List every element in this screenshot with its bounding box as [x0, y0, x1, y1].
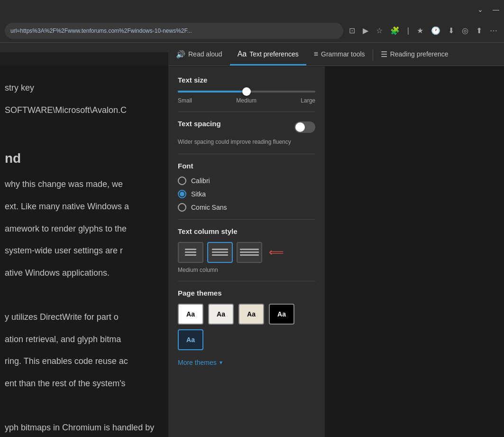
- page-themes-heading: Page themes: [178, 289, 315, 297]
- column-medium-button[interactable]: [207, 242, 233, 263]
- text-size-slider[interactable]: Small Medium Large: [178, 91, 315, 104]
- divider-4: [178, 281, 315, 281]
- text-size-heading: Text size: [178, 76, 315, 84]
- chevron-down-icon: ▾: [220, 359, 222, 366]
- content-line: amework to render glyphs to the: [5, 222, 166, 236]
- font-radio-group: Calibri Sitka Comic Sans: [178, 177, 315, 212]
- reader-toolbar: 🔊 Read aloud Aa Text preferences ≡ Gramm…: [168, 44, 504, 66]
- font-option-calibri[interactable]: Calibri: [178, 177, 315, 185]
- col-line: [212, 251, 228, 253]
- themes-row: Aa Aa Aa Aa Aa: [178, 304, 315, 350]
- content-heading: nd: [5, 147, 166, 170]
- history-icon[interactable]: 🕐: [429, 24, 442, 37]
- content-line: [5, 398, 166, 413]
- arrow-left-icon: ⟸: [269, 246, 284, 259]
- font-option-sitka[interactable]: Sitka: [178, 190, 315, 198]
- content-line: ation retrieval, and glyph bitma: [5, 332, 166, 347]
- theme-blue-button[interactable]: Aa: [178, 329, 203, 350]
- minimize-icon[interactable]: —: [493, 6, 499, 13]
- reading-pref-icon: ☰: [381, 50, 387, 59]
- more-themes-button[interactable]: More themes ▾: [178, 357, 315, 368]
- title-bar: ⌄ —: [0, 0, 504, 19]
- slider-fill: [178, 91, 247, 93]
- theme-white-button[interactable]: Aa: [178, 304, 203, 325]
- chevron-down-icon[interactable]: ⌄: [477, 6, 483, 13]
- sep: |: [405, 25, 411, 37]
- address-bar-row: url=https%3A%2F%2Fwww.tenforums.com%2Fwi…: [0, 19, 504, 43]
- theme-warm-button[interactable]: Aa: [238, 304, 264, 325]
- share-icon[interactable]: ⬆: [474, 24, 484, 37]
- text-spacing-description: Wider spacing could improve reading flue…: [178, 138, 315, 146]
- extensions-icon[interactable]: 🧩: [388, 24, 402, 37]
- content-line: ative Windows applications.: [5, 266, 166, 280]
- downloads-icon[interactable]: ⬇: [446, 24, 456, 37]
- radio-calibri[interactable]: [178, 177, 186, 185]
- text-spacing-toggle[interactable]: [294, 121, 315, 133]
- col-line: [185, 254, 196, 256]
- slider-track[interactable]: [178, 91, 315, 93]
- slider-labels: Small Medium Large: [178, 97, 315, 104]
- read-aloud-button[interactable]: 🔊 Read aloud: [168, 44, 230, 65]
- copilot-icon[interactable]: ◎: [460, 24, 470, 37]
- reader-view-icon[interactable]: ⊡: [347, 24, 357, 37]
- collections-icon[interactable]: ★: [415, 24, 425, 37]
- col-line: [240, 254, 259, 256]
- col-line: [212, 249, 228, 250]
- grammar-tools-button[interactable]: ≡ Grammar tools: [306, 44, 373, 65]
- text-preferences-panel: Text size Small Medium Large Text spacin…: [168, 66, 325, 437]
- text-preferences-button[interactable]: Aa Text preferences: [230, 44, 306, 65]
- font-option-comicsans[interactable]: Comic Sans: [178, 203, 315, 212]
- column-style-row: ⟸: [178, 242, 315, 263]
- more-icon[interactable]: ⋯: [488, 24, 499, 37]
- content-line: [5, 288, 166, 302]
- slider-thumb[interactable]: [242, 87, 251, 96]
- divider-2: [178, 154, 315, 154]
- divider-3: [178, 219, 315, 220]
- col-line: [212, 254, 228, 256]
- col-line: [185, 249, 196, 250]
- toggle-knob: [295, 122, 305, 132]
- col-line: [240, 249, 259, 250]
- theme-light-gray-button[interactable]: Aa: [208, 304, 234, 325]
- grammar-icon: ≡: [314, 50, 318, 58]
- text-column-heading: Text column style: [178, 227, 315, 235]
- column-wide-button[interactable]: [237, 242, 262, 263]
- content-line: system-wide user settings are r: [5, 243, 166, 258]
- radio-comicsans[interactable]: [178, 203, 186, 212]
- content-line: [5, 125, 166, 139]
- favorites-icon[interactable]: ☆: [374, 24, 385, 37]
- content-line: why this change was made, we: [5, 177, 166, 192]
- content-line: y utilizes DirectWrite for part o: [5, 310, 166, 325]
- text-prefs-icon: Aa: [238, 50, 247, 58]
- content-line: ent than the rest of the system's: [5, 376, 166, 391]
- content-line: stry key: [5, 81, 166, 95]
- read-aloud-icon: 🔊: [176, 50, 185, 59]
- col-line: [240, 251, 259, 253]
- article-text: stry key SOFTWARE\Microsoft\Avalon.C nd …: [5, 81, 166, 437]
- address-bar[interactable]: url=https%3A%2F%2Fwww.tenforums.com%2Fwi…: [5, 23, 343, 39]
- content-line: ring. This enables code reuse ac: [5, 354, 166, 369]
- play-icon[interactable]: ▶: [361, 24, 370, 37]
- col-line: [185, 251, 196, 253]
- content-line: yph bitmaps in Chromium is handled by th…: [5, 420, 166, 437]
- divider-1: [178, 112, 315, 112]
- theme-dark-button[interactable]: Aa: [269, 304, 294, 325]
- column-narrow-button[interactable]: [178, 242, 203, 263]
- reading-preference-button[interactable]: ☰ Reading preference: [373, 44, 456, 65]
- text-spacing-heading: Text spacing: [178, 120, 221, 128]
- radio-sitka[interactable]: [178, 190, 186, 198]
- font-heading: Font: [178, 162, 315, 170]
- text-spacing-row: Text spacing: [178, 120, 315, 134]
- content-line: ext. Like many native Windows a: [5, 199, 166, 214]
- content-line: SOFTWARE\Microsoft\Avalon.C: [5, 103, 166, 118]
- column-selected-label: Medium column: [178, 267, 315, 273]
